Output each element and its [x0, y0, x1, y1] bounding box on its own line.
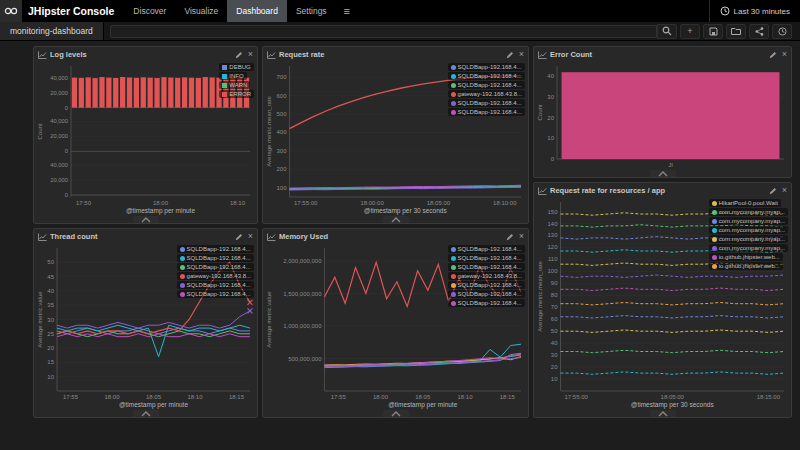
close-icon[interactable]: ×: [248, 232, 253, 241]
legend-swatch: [451, 274, 456, 279]
legend-item[interactable]: io.github.jhipster.web...: [709, 253, 783, 261]
panel-header[interactable]: Request rate×: [263, 47, 528, 62]
svg-text:@timestamp per 30 seconds: @timestamp per 30 seconds: [364, 207, 448, 215]
panel-header[interactable]: Log levels×: [34, 47, 257, 62]
legend-item[interactable]: SQLDBapp-192.168.4...: [448, 99, 525, 107]
legend-item[interactable]: io.github.jhipster.web...: [709, 262, 783, 270]
panel-memory-used: Memory Used×Average metric.value17:5518:…: [262, 228, 529, 418]
svg-text:0: 0: [551, 156, 555, 162]
svg-text:@timestamp per 30 seconds: @timestamp per 30 seconds: [631, 401, 715, 409]
svg-text:30: 30: [551, 352, 558, 358]
legend-item[interactable]: SQLDBapp-192.168.4...: [177, 245, 254, 253]
svg-text:20: 20: [47, 345, 54, 351]
legend-item[interactable]: SQLDBapp-192.168.4...: [448, 263, 525, 271]
legend-item[interactable]: HikariPool-0.pool.Wait: [709, 199, 781, 207]
legend-item[interactable]: ERROR: [219, 90, 254, 98]
legend-swatch: [180, 256, 185, 261]
nav-dashboard[interactable]: Dashboard: [227, 0, 287, 22]
legend-swatch: [712, 255, 717, 260]
legend-swatch: [451, 74, 456, 79]
panel-header[interactable]: Error Count×: [534, 47, 791, 62]
legend-item[interactable]: SQLDBapp-192.168.4...: [177, 263, 254, 271]
legend-item[interactable]: com.mycompany.myap...: [709, 244, 788, 252]
panel-title: Log levels: [50, 50, 232, 59]
app-title[interactable]: JHipster Console: [22, 5, 124, 17]
svg-text:18:00: 18:00: [373, 394, 389, 400]
legend-swatch: [712, 210, 717, 215]
legend-item[interactable]: gateway-192.168.43.8...: [448, 90, 525, 98]
close-icon[interactable]: ×: [782, 50, 787, 59]
save-dashboard-button[interactable]: [703, 24, 723, 39]
legend-swatch: [451, 65, 456, 70]
legend-label: ERROR: [229, 91, 251, 97]
panel-header[interactable]: Request rate for resources / app×: [534, 183, 791, 198]
svg-text:100: 100: [276, 185, 287, 191]
svg-text:@timestamp per minute: @timestamp per minute: [119, 401, 188, 409]
collapse-button[interactable]: [133, 216, 159, 223]
edit-icon[interactable]: [235, 51, 243, 59]
open-dashboard-button[interactable]: [726, 24, 746, 39]
collapse-button[interactable]: [650, 410, 676, 417]
legend-item[interactable]: SQLDBapp-192.168.4...: [448, 81, 525, 89]
new-dashboard-button[interactable]: +: [680, 24, 700, 39]
nav-visualize[interactable]: Visualize: [175, 0, 227, 22]
timepicker-button[interactable]: [772, 24, 792, 39]
search-button[interactable]: [657, 24, 677, 39]
legend-item[interactable]: SQLDBapp-192.168.4...: [448, 299, 525, 307]
legend-swatch: [451, 247, 456, 252]
legend-item[interactable]: SQLDBapp-192.168.4...: [448, 254, 525, 262]
legend-item[interactable]: SQLDBapp-192.168.4...: [177, 290, 254, 298]
chevron-up-icon: [657, 171, 669, 177]
query-input[interactable]: [110, 25, 657, 38]
nav-settings[interactable]: Settings: [287, 0, 336, 22]
nav-discover[interactable]: Discover: [124, 0, 175, 22]
legend-swatch: [451, 256, 456, 261]
chart-icon: [267, 233, 276, 241]
collapse-button[interactable]: [133, 410, 159, 417]
glasses-icon: [4, 6, 18, 16]
edit-icon[interactable]: [769, 187, 777, 195]
legend-item[interactable]: SQLDBapp-192.168.4...: [448, 72, 525, 80]
chart-area: Count17:5018:0018:10@timestamp per minut…: [36, 62, 255, 216]
legend-item[interactable]: com.mycompany.myap...: [709, 208, 788, 216]
legend-item[interactable]: SQLDBapp-192.168.4...: [448, 281, 525, 289]
breadcrumb-dashboard-name[interactable]: monitoring-dashboard: [0, 22, 104, 40]
chart-icon: [538, 51, 547, 59]
svg-text:17:55:00: 17:55:00: [564, 394, 588, 400]
legend-label: com.mycompany.myap...: [719, 209, 785, 215]
legend-item[interactable]: SQLDBapp-192.168.4...: [177, 281, 254, 289]
chart-legend: HikariPool-0.pool.Waitcom.mycompany.myap…: [709, 199, 788, 270]
legend-item[interactable]: SQLDBapp-192.168.4...: [448, 245, 525, 253]
menu-icon[interactable]: ≡: [336, 0, 358, 22]
legend-item[interactable]: SQLDBapp-192.168.4...: [448, 108, 525, 116]
close-icon[interactable]: ×: [248, 50, 253, 59]
panel-header[interactable]: Memory Used×: [263, 229, 528, 244]
legend-item[interactable]: com.mycompany.myap...: [709, 217, 788, 225]
jhipster-logo[interactable]: [0, 0, 22, 22]
legend-item[interactable]: SQLDBapp-192.168.4...: [448, 290, 525, 298]
legend-item[interactable]: com.mycompany.myap...: [709, 235, 788, 243]
legend-item[interactable]: gateway-192.168.43.8...: [448, 272, 525, 280]
edit-icon[interactable]: [506, 233, 514, 241]
close-icon[interactable]: ×: [519, 50, 524, 59]
collapse-button[interactable]: [383, 216, 409, 223]
close-icon[interactable]: ×: [782, 186, 787, 195]
svg-text:@timestamp per minute: @timestamp per minute: [126, 207, 195, 215]
legend-item[interactable]: INFO: [219, 72, 246, 80]
collapse-button[interactable]: [650, 170, 676, 177]
collapse-button[interactable]: [383, 410, 409, 417]
close-icon[interactable]: ×: [519, 232, 524, 241]
legend-item[interactable]: DEBUG: [219, 63, 253, 71]
edit-icon[interactable]: [506, 51, 514, 59]
legend-item[interactable]: SQLDBapp-192.168.4...: [177, 254, 254, 262]
svg-text:90: 90: [551, 280, 558, 286]
legend-item[interactable]: gateway-192.168.43.8...: [177, 272, 254, 280]
time-filter[interactable]: Last 30 minutes: [709, 0, 800, 22]
panel-header[interactable]: Thread count×: [34, 229, 257, 244]
share-dashboard-button[interactable]: [749, 24, 769, 39]
legend-item[interactable]: com.mycompany.myap...: [709, 226, 788, 234]
legend-item[interactable]: SQLDBapp-192.168.4...: [448, 63, 525, 71]
edit-icon[interactable]: [769, 51, 777, 59]
legend-item[interactable]: WARN: [219, 81, 250, 89]
edit-icon[interactable]: [235, 233, 243, 241]
